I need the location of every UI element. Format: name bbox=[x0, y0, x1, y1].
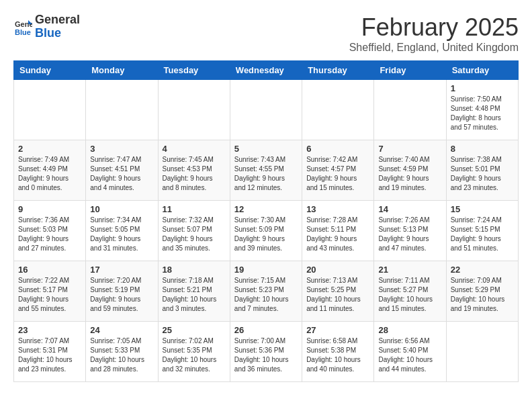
day-cell: 6Sunrise: 7:42 AM Sunset: 4:57 PM Daylig… bbox=[302, 140, 374, 201]
day-cell: 22Sunrise: 7:09 AM Sunset: 5:29 PM Dayli… bbox=[446, 261, 518, 322]
day-number: 16 bbox=[18, 265, 81, 275]
day-info: Sunrise: 7:32 AM Sunset: 5:07 PM Dayligh… bbox=[163, 216, 226, 253]
day-cell: 19Sunrise: 7:15 AM Sunset: 5:23 PM Dayli… bbox=[230, 261, 302, 322]
day-cell: 4Sunrise: 7:45 AM Sunset: 4:53 PM Daylig… bbox=[158, 140, 230, 201]
logo-general-text: General bbox=[35, 13, 80, 26]
day-number: 12 bbox=[234, 204, 298, 214]
day-number: 20 bbox=[306, 265, 369, 275]
day-info: Sunrise: 7:30 AM Sunset: 5:09 PM Dayligh… bbox=[234, 216, 298, 253]
day-number: 27 bbox=[306, 325, 369, 335]
day-cell: 11Sunrise: 7:32 AM Sunset: 5:07 PM Dayli… bbox=[158, 201, 230, 261]
week-row-4: 16Sunrise: 7:22 AM Sunset: 5:17 PM Dayli… bbox=[14, 261, 519, 322]
day-number: 8 bbox=[451, 144, 514, 154]
calendar-header-row: SundayMondayTuesdayWednesdayThursdayFrid… bbox=[14, 61, 519, 80]
day-cell: 13Sunrise: 7:28 AM Sunset: 5:11 PM Dayli… bbox=[302, 201, 374, 261]
day-cell: 3Sunrise: 7:47 AM Sunset: 4:51 PM Daylig… bbox=[86, 140, 158, 201]
week-row-3: 9Sunrise: 7:36 AM Sunset: 5:03 PM Daylig… bbox=[14, 201, 519, 261]
day-cell: 28Sunrise: 6:56 AM Sunset: 5:40 PM Dayli… bbox=[374, 322, 446, 382]
day-cell bbox=[86, 80, 158, 140]
day-cell bbox=[446, 322, 518, 382]
day-number: 4 bbox=[163, 144, 226, 154]
day-cell: 25Sunrise: 7:02 AM Sunset: 5:35 PM Dayli… bbox=[158, 322, 230, 382]
day-cell: 26Sunrise: 7:00 AM Sunset: 5:36 PM Dayli… bbox=[230, 322, 302, 382]
day-cell: 8Sunrise: 7:38 AM Sunset: 5:01 PM Daylig… bbox=[446, 140, 518, 201]
day-info: Sunrise: 7:38 AM Sunset: 5:01 PM Dayligh… bbox=[451, 155, 514, 193]
calendar-table: SundayMondayTuesdayWednesdayThursdayFrid… bbox=[13, 60, 519, 382]
day-cell: 23Sunrise: 7:07 AM Sunset: 5:31 PM Dayli… bbox=[14, 322, 86, 382]
day-info: Sunrise: 7:18 AM Sunset: 5:21 PM Dayligh… bbox=[163, 276, 226, 314]
day-number: 2 bbox=[18, 144, 81, 154]
day-info: Sunrise: 7:20 AM Sunset: 5:19 PM Dayligh… bbox=[90, 276, 153, 314]
day-cell: 5Sunrise: 7:43 AM Sunset: 4:55 PM Daylig… bbox=[230, 140, 302, 201]
day-number: 13 bbox=[306, 204, 369, 214]
column-header-monday: Monday bbox=[86, 61, 158, 80]
day-number: 22 bbox=[451, 265, 514, 275]
day-info: Sunrise: 7:34 AM Sunset: 5:05 PM Dayligh… bbox=[90, 216, 153, 253]
day-info: Sunrise: 7:45 AM Sunset: 4:53 PM Dayligh… bbox=[163, 155, 226, 193]
day-cell: 18Sunrise: 7:18 AM Sunset: 5:21 PM Dayli… bbox=[158, 261, 230, 322]
day-cell: 10Sunrise: 7:34 AM Sunset: 5:05 PM Dayli… bbox=[86, 201, 158, 261]
day-info: Sunrise: 7:42 AM Sunset: 4:57 PM Dayligh… bbox=[306, 155, 369, 193]
day-cell: 24Sunrise: 7:05 AM Sunset: 5:33 PM Dayli… bbox=[86, 322, 158, 382]
day-info: Sunrise: 7:13 AM Sunset: 5:25 PM Dayligh… bbox=[306, 276, 369, 314]
day-cell: 14Sunrise: 7:26 AM Sunset: 5:13 PM Dayli… bbox=[374, 201, 446, 261]
day-number: 6 bbox=[306, 144, 369, 154]
day-cell bbox=[302, 80, 374, 140]
day-number: 26 bbox=[234, 325, 298, 335]
day-number: 11 bbox=[163, 204, 226, 214]
day-info: Sunrise: 7:40 AM Sunset: 4:59 PM Dayligh… bbox=[378, 155, 441, 193]
day-cell: 21Sunrise: 7:11 AM Sunset: 5:27 PM Dayli… bbox=[374, 261, 446, 322]
column-header-sunday: Sunday bbox=[14, 61, 86, 80]
day-info: Sunrise: 7:09 AM Sunset: 5:29 PM Dayligh… bbox=[451, 276, 514, 314]
column-header-thursday: Thursday bbox=[302, 61, 374, 80]
day-info: Sunrise: 7:49 AM Sunset: 4:49 PM Dayligh… bbox=[18, 155, 81, 193]
day-cell: 2Sunrise: 7:49 AM Sunset: 4:49 PM Daylig… bbox=[14, 140, 86, 201]
location: Sheffield, England, United Kingdom bbox=[349, 42, 519, 54]
week-row-5: 23Sunrise: 7:07 AM Sunset: 5:31 PM Dayli… bbox=[14, 322, 519, 382]
day-info: Sunrise: 7:07 AM Sunset: 5:31 PM Dayligh… bbox=[18, 336, 81, 374]
day-number: 9 bbox=[18, 204, 81, 214]
logo-blue-text: Blue bbox=[35, 26, 61, 40]
day-info: Sunrise: 7:26 AM Sunset: 5:13 PM Dayligh… bbox=[378, 216, 441, 253]
day-number: 25 bbox=[163, 325, 226, 335]
day-info: Sunrise: 7:24 AM Sunset: 5:15 PM Dayligh… bbox=[451, 216, 514, 253]
day-info: Sunrise: 7:05 AM Sunset: 5:33 PM Dayligh… bbox=[90, 336, 153, 374]
day-info: Sunrise: 7:28 AM Sunset: 5:11 PM Dayligh… bbox=[306, 216, 369, 253]
column-header-wednesday: Wednesday bbox=[230, 61, 302, 80]
day-cell: 16Sunrise: 7:22 AM Sunset: 5:17 PM Dayli… bbox=[14, 261, 86, 322]
day-cell bbox=[158, 80, 230, 140]
day-number: 19 bbox=[234, 265, 298, 275]
column-header-saturday: Saturday bbox=[446, 61, 518, 80]
column-header-friday: Friday bbox=[374, 61, 446, 80]
day-cell: 12Sunrise: 7:30 AM Sunset: 5:09 PM Dayli… bbox=[230, 201, 302, 261]
day-cell bbox=[14, 80, 86, 140]
day-cell: 20Sunrise: 7:13 AM Sunset: 5:25 PM Dayli… bbox=[302, 261, 374, 322]
day-cell: 27Sunrise: 6:58 AM Sunset: 5:38 PM Dayli… bbox=[302, 322, 374, 382]
day-number: 23 bbox=[18, 325, 81, 335]
day-info: Sunrise: 7:36 AM Sunset: 5:03 PM Dayligh… bbox=[18, 216, 81, 253]
day-number: 3 bbox=[90, 144, 153, 154]
day-info: Sunrise: 7:22 AM Sunset: 5:17 PM Dayligh… bbox=[18, 276, 81, 314]
day-number: 10 bbox=[90, 204, 153, 214]
day-number: 7 bbox=[378, 144, 441, 154]
day-cell: 7Sunrise: 7:40 AM Sunset: 4:59 PM Daylig… bbox=[374, 140, 446, 201]
day-number: 5 bbox=[234, 144, 298, 154]
column-header-tuesday: Tuesday bbox=[158, 61, 230, 80]
day-info: Sunrise: 7:15 AM Sunset: 5:23 PM Dayligh… bbox=[234, 276, 298, 314]
svg-text:Blue: Blue bbox=[15, 28, 31, 36]
day-number: 24 bbox=[90, 325, 153, 335]
day-info: Sunrise: 7:50 AM Sunset: 4:48 PM Dayligh… bbox=[451, 95, 514, 132]
day-cell: 17Sunrise: 7:20 AM Sunset: 5:19 PM Dayli… bbox=[86, 261, 158, 322]
month-title: February 2025 bbox=[349, 13, 519, 42]
day-cell: 1Sunrise: 7:50 AM Sunset: 4:48 PM Daylig… bbox=[446, 80, 518, 140]
day-number: 18 bbox=[163, 265, 226, 275]
day-info: Sunrise: 7:02 AM Sunset: 5:35 PM Dayligh… bbox=[163, 336, 226, 374]
title-block: February 2025 Sheffield, England, United… bbox=[349, 13, 519, 54]
day-cell bbox=[230, 80, 302, 140]
day-number: 15 bbox=[451, 204, 514, 214]
logo: General Blue General Blue bbox=[13, 13, 80, 40]
day-number: 1 bbox=[451, 83, 514, 93]
week-row-1: 1Sunrise: 7:50 AM Sunset: 4:48 PM Daylig… bbox=[14, 80, 519, 140]
day-number: 28 bbox=[378, 325, 441, 335]
day-info: Sunrise: 7:00 AM Sunset: 5:36 PM Dayligh… bbox=[234, 336, 298, 374]
